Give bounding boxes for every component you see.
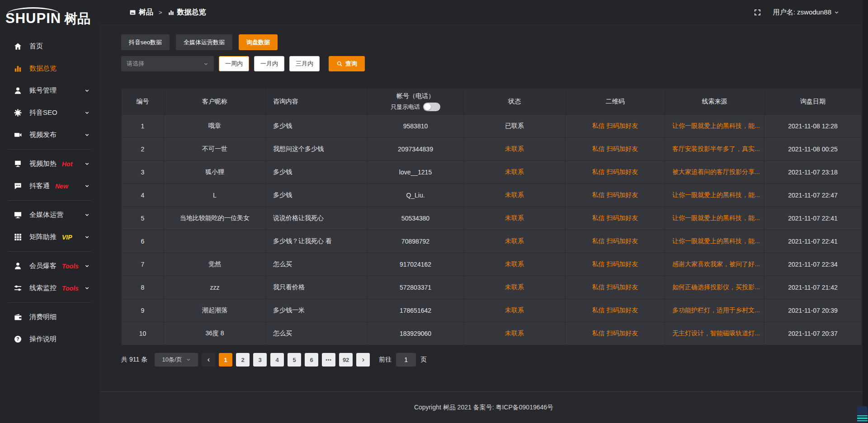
cell-account: love__1215	[368, 161, 464, 184]
column-header-6: 线索来源	[665, 89, 764, 115]
period-button-one-month[interactable]: 一月内	[254, 56, 284, 71]
cell-nickname: 潮起潮落	[164, 299, 266, 322]
gear-icon	[14, 108, 22, 117]
sidebar-item-video-publish[interactable]: 视频发布	[0, 124, 99, 146]
toggle-knob	[424, 103, 431, 110]
tab-media-operation-data[interactable]: 全媒体运营数据	[176, 34, 232, 50]
cell-account: 917024162	[368, 253, 464, 276]
sidebar-item-label: 消费明细	[29, 313, 57, 321]
cell-qr[interactable]: 私信 扫码加好友	[566, 230, 665, 253]
tab-douyin-seo-data[interactable]: 抖音seo数据	[121, 34, 170, 50]
search-icon	[336, 61, 343, 67]
chevron-down-icon	[85, 212, 90, 217]
topbar: 树品 > 数据总览 用户名: zswodun88	[99, 0, 868, 25]
cell-qr[interactable]: 私信 扫码加好友	[566, 184, 665, 207]
sidebar-item-account-management[interactable]: 账号管理	[0, 80, 99, 102]
cell-qr[interactable]: 私信 扫码加好友	[566, 276, 665, 299]
cell-source[interactable]: 无主灯设计，智能磁吸轨道灯...	[665, 322, 764, 345]
user-menu[interactable]: 用户名: zswodun88	[773, 8, 839, 17]
page-button-4[interactable]: 4	[270, 353, 284, 367]
cell-source[interactable]: 让你一眼就爱上的黑科技，能...	[665, 184, 764, 207]
inquiry-table: 编号客户昵称咨询内容帐号（电话）只显示电话状态二维码线索来源询盘日期 1哦章多少…	[121, 89, 862, 345]
cell-source[interactable]: 让你一眼就爱上的黑科技，能...	[665, 207, 764, 230]
cell-status: 未联系	[464, 253, 566, 276]
sidebar: SHUPIN 树品 首页数据总览账号管理抖音SEO视频发布视频加热Hot抖客通N…	[0, 0, 99, 423]
sidebar-divider	[8, 302, 91, 303]
cell-no: 8	[122, 276, 164, 299]
cell-source[interactable]: 让你一眼就爱上的黑科技，能...	[665, 230, 764, 253]
cell-status: 已联系	[464, 115, 566, 138]
cell-status: 未联系	[464, 207, 566, 230]
page-size-select[interactable]: 10条/页	[155, 353, 198, 367]
sidebar-item-media-operation[interactable]: 全媒体运营	[0, 204, 99, 226]
cell-qr[interactable]: 私信 扫码加好友	[566, 299, 665, 322]
app-root: SHUPIN 树品 首页数据总览账号管理抖音SEO视频发布视频加热Hot抖客通N…	[0, 0, 868, 423]
sidebar-item-data-overview[interactable]: 数据总览	[0, 57, 99, 80]
sidebar-item-label: 抖客通	[29, 182, 50, 190]
chevron-down-icon	[85, 183, 90, 188]
table-row: 8zzz我只看价格572803371未联系私信 扫码加好友如何正确选择投影仪，买…	[122, 276, 862, 299]
prev-page-button[interactable]	[202, 353, 215, 367]
cell-qr[interactable]: 私信 扫码加好友	[566, 322, 665, 345]
logo[interactable]: SHUPIN 树品	[0, 2, 99, 29]
cell-qr[interactable]: 私信 扫码加好友	[566, 115, 665, 138]
cell-source[interactable]: 如何正确选择投影仪，买投影...	[665, 276, 764, 299]
chevron-down-icon	[85, 286, 90, 291]
period-button-three-months[interactable]: 三月内	[289, 56, 320, 71]
page-ellipsis[interactable]: •••	[322, 353, 335, 367]
video-icon	[14, 131, 22, 139]
cell-content: 说说价格让我死心	[266, 207, 368, 230]
tab-inquiry-data[interactable]: 询盘数据	[239, 34, 278, 50]
cell-qr[interactable]: 私信 扫码加好友	[566, 207, 665, 230]
page-button-92[interactable]: 92	[339, 353, 353, 367]
sidebar-item-douketong[interactable]: 抖客通New	[0, 175, 99, 197]
breadcrumb: 树品 > 数据总览	[129, 8, 206, 17]
cell-qr[interactable]: 私信 扫码加好友	[566, 253, 665, 276]
sidebar-item-video-heating[interactable]: 视频加热Hot	[0, 153, 99, 175]
breadcrumb-root[interactable]: 树品	[139, 8, 153, 17]
table-row: 9潮起潮落多少钱一米178651642未联系私信 扫码加好友多功能护栏灯，适用于…	[122, 299, 862, 322]
page-button-2[interactable]: 2	[236, 353, 250, 367]
page-button-3[interactable]: 3	[253, 353, 267, 367]
page-button-5[interactable]: 5	[288, 353, 301, 367]
cell-source[interactable]: 让你一眼就爱上的黑科技，能...	[665, 115, 764, 138]
sidebar-item-clue-monitor[interactable]: 线索监控Tools	[0, 277, 99, 299]
sidebar-item-matrix-boost[interactable]: 矩阵助推VIP	[0, 226, 99, 248]
page-button-6[interactable]: 6	[305, 353, 318, 367]
cell-date: 2021-11-08 00:25	[764, 138, 862, 161]
account-select[interactable]: 请选择	[121, 56, 214, 71]
sidebar-item-operation-guide[interactable]: ?操作说明	[0, 328, 99, 350]
cell-source[interactable]: 被大家追着问的客厅投影分享...	[665, 161, 764, 184]
sidebar-item-home[interactable]: 首页	[0, 35, 99, 57]
username-label: 用户名: zswodun88	[773, 8, 831, 17]
sidebar-item-member-burst[interactable]: 会员爆客Tools	[0, 255, 99, 277]
period-button-one-week[interactable]: 一周内	[219, 56, 249, 71]
table-row: 1哦章多少钱9583810已联系私信 扫码加好友让你一眼就爱上的黑科技，能...…	[122, 115, 862, 138]
cell-source[interactable]: 客厅安装投影半年多了，真实...	[665, 138, 764, 161]
cell-qr[interactable]: 私信 扫码加好友	[566, 138, 665, 161]
cell-date: 2021-11-07 22:41	[764, 230, 862, 253]
search-button[interactable]: 查询	[329, 56, 365, 71]
cell-source[interactable]: 感谢大家喜欢我家，被问了好...	[665, 253, 764, 276]
goto-page-input[interactable]	[396, 353, 416, 367]
table-row: 1036度 8怎么买183929060未联系私信 扫码加好友无主灯设计，智能磁吸…	[122, 322, 862, 345]
cell-source[interactable]: 多功能护栏灯，适用于乡村文...	[665, 299, 764, 322]
page-button-1[interactable]: 1	[219, 353, 232, 367]
page-scrollbar[interactable]	[863, 0, 868, 423]
phone-only-toggle[interactable]	[423, 103, 440, 111]
sidebar-item-douyin-seo[interactable]: 抖音SEO	[0, 102, 99, 124]
sidebar-item-consumption-detail[interactable]: 消费明细	[0, 306, 99, 328]
grid-icon	[14, 233, 22, 241]
cell-qr[interactable]: 私信 扫码加好友	[566, 161, 665, 184]
sidebar-item-label: 视频发布	[29, 131, 57, 139]
fullscreen-icon[interactable]	[754, 9, 761, 16]
cell-account: 183929060	[368, 322, 464, 345]
data-tabs: 抖音seo数据全媒体运营数据询盘数据	[121, 34, 868, 50]
next-page-button[interactable]	[356, 353, 370, 367]
phone-only-label: 只显示电话	[391, 103, 420, 111]
sidebar-item-label: 账号管理	[29, 86, 57, 95]
cell-content: 我只看价格	[266, 276, 368, 299]
member-icon	[14, 262, 22, 270]
column-header-4: 状态	[464, 89, 566, 115]
corner-widget[interactable]	[857, 406, 868, 423]
